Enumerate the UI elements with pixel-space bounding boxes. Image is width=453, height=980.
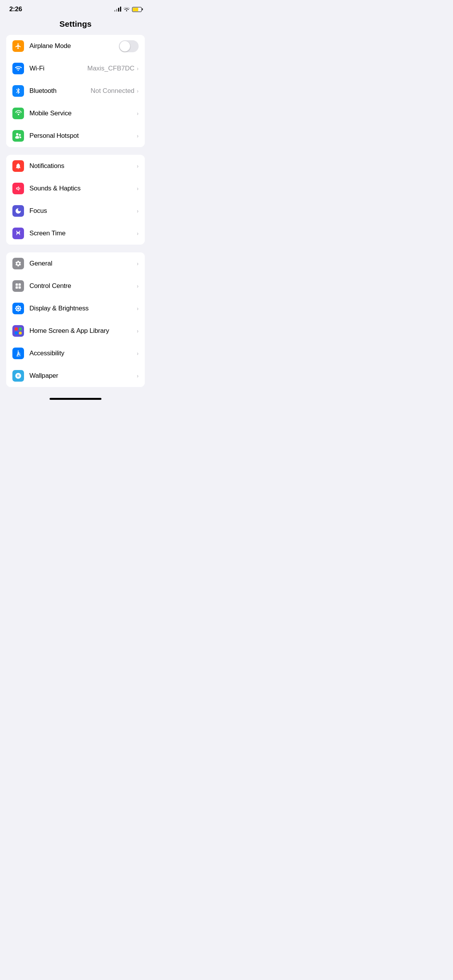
status-icons: ⚡ — [114, 6, 142, 12]
page-title: Settings — [0, 16, 151, 35]
screen-time-icon — [12, 228, 24, 239]
bluetooth-chevron: › — [137, 88, 139, 94]
control-centre-icon — [12, 280, 24, 292]
accessibility-label: Accessibility — [29, 350, 137, 357]
connectivity-group: Airplane Mode Wi-Fi Maxis_CFB7DC › Bluet… — [6, 35, 145, 147]
display-group: General › Control Centre › Display & Bri… — [6, 252, 145, 387]
home-indicator — [0, 395, 151, 402]
home-screen-row[interactable]: Home Screen & App Library › — [6, 320, 145, 342]
airplane-mode-toggle[interactable] — [119, 40, 139, 52]
focus-chevron: › — [137, 208, 139, 214]
home-screen-label: Home Screen & App Library — [29, 327, 137, 335]
mobile-service-label: Mobile Service — [29, 110, 137, 117]
focus-row[interactable]: Focus › — [6, 200, 145, 222]
svg-rect-1 — [19, 283, 21, 286]
svg-rect-3 — [19, 286, 21, 289]
sounds-haptics-chevron: › — [137, 185, 139, 192]
wallpaper-icon — [12, 370, 24, 382]
home-screen-icon — [12, 325, 24, 337]
svg-rect-2 — [15, 286, 18, 289]
wifi-icon — [124, 6, 130, 12]
personal-hotspot-chevron: › — [137, 133, 139, 139]
sounds-haptics-icon — [12, 183, 24, 194]
bluetooth-row[interactable]: Bluetooth Not Connected › — [6, 80, 145, 102]
wallpaper-label: Wallpaper — [29, 372, 137, 380]
display-brightness-icon — [12, 303, 24, 314]
control-centre-chevron: › — [137, 283, 139, 289]
status-time: 2:26 — [9, 5, 22, 13]
personal-hotspot-icon — [12, 130, 24, 142]
wifi-value: Maxis_CFB7DC — [87, 65, 134, 72]
mobile-service-chevron: › — [137, 110, 139, 117]
mobile-service-icon — [12, 108, 24, 119]
general-label: General — [29, 260, 137, 267]
wifi-label: Wi-Fi — [29, 65, 87, 72]
control-centre-label: Control Centre — [29, 282, 137, 290]
focus-label: Focus — [29, 207, 137, 215]
screen-time-chevron: › — [137, 230, 139, 236]
display-brightness-row[interactable]: Display & Brightness › — [6, 297, 145, 320]
home-screen-grid — [15, 327, 22, 334]
general-icon — [12, 258, 24, 269]
airplane-mode-row[interactable]: Airplane Mode — [6, 35, 145, 57]
wifi-settings-icon — [12, 63, 24, 74]
notifications-group: Notifications › Sounds & Haptics › Focus… — [6, 155, 145, 245]
bluetooth-label: Bluetooth — [29, 87, 91, 95]
screen-time-row[interactable]: Screen Time › — [6, 222, 145, 245]
wallpaper-row[interactable]: Wallpaper › — [6, 365, 145, 387]
wifi-chevron: › — [137, 65, 139, 72]
battery-icon: ⚡ — [132, 7, 142, 12]
home-bar — [50, 398, 101, 400]
personal-hotspot-row[interactable]: Personal Hotspot › — [6, 125, 145, 147]
status-bar: 2:26 ⚡ — [0, 0, 151, 16]
personal-hotspot-label: Personal Hotspot — [29, 132, 137, 140]
svg-point-4 — [18, 351, 19, 352]
accessibility-row[interactable]: Accessibility › — [6, 342, 145, 365]
home-screen-chevron: › — [137, 328, 139, 334]
notifications-icon — [12, 160, 24, 172]
airplane-mode-icon — [12, 40, 24, 52]
sounds-haptics-label: Sounds & Haptics — [29, 185, 137, 192]
general-chevron: › — [137, 260, 139, 267]
notifications-label: Notifications — [29, 162, 137, 170]
signal-icon — [114, 7, 121, 12]
wifi-row[interactable]: Wi-Fi Maxis_CFB7DC › — [6, 57, 145, 80]
mobile-service-row[interactable]: Mobile Service › — [6, 102, 145, 125]
notifications-chevron: › — [137, 163, 139, 169]
bluetooth-value: Not Connected — [91, 87, 134, 95]
focus-icon — [12, 205, 24, 217]
accessibility-chevron: › — [137, 350, 139, 356]
control-centre-row[interactable]: Control Centre › — [6, 275, 145, 297]
wallpaper-chevron: › — [137, 373, 139, 379]
accessibility-icon — [12, 348, 24, 359]
notifications-row[interactable]: Notifications › — [6, 155, 145, 177]
svg-rect-0 — [15, 283, 18, 286]
bluetooth-icon — [12, 85, 24, 97]
general-row[interactable]: General › — [6, 252, 145, 275]
screen-time-label: Screen Time — [29, 230, 137, 237]
airplane-mode-label: Airplane Mode — [29, 42, 119, 50]
display-brightness-label: Display & Brightness — [29, 305, 137, 312]
sounds-haptics-row[interactable]: Sounds & Haptics › — [6, 177, 145, 200]
display-brightness-chevron: › — [137, 305, 139, 312]
